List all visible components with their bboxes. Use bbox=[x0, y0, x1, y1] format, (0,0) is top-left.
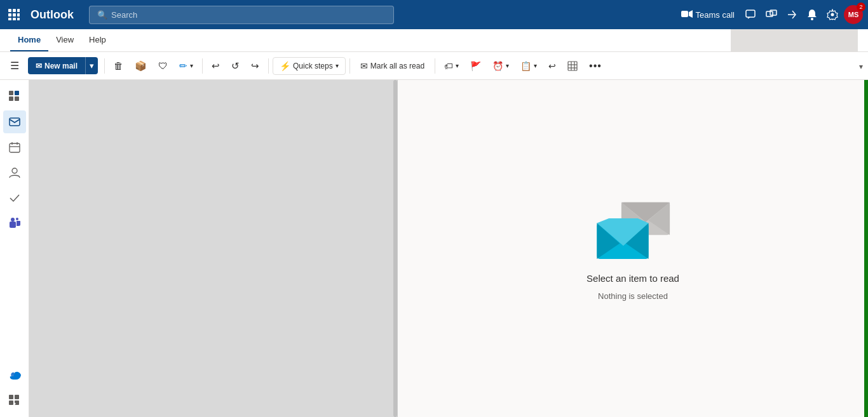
title-bar: Outlook 🔍 Teams call bbox=[0, 0, 868, 29]
svg-rect-4 bbox=[13, 13, 16, 17]
svg-rect-16 bbox=[568, 62, 577, 70]
svg-rect-11 bbox=[746, 10, 755, 17]
collapse-ribbon-button[interactable]: ☰ bbox=[5, 56, 24, 75]
svg-rect-26 bbox=[10, 143, 20, 152]
more-button[interactable]: ••• bbox=[584, 57, 607, 75]
tag-chevron-icon: ▾ bbox=[456, 62, 459, 69]
quick-steps-label: Quick steps bbox=[293, 62, 333, 70]
nav-calendar-icon[interactable] bbox=[3, 136, 26, 159]
share-icon[interactable] bbox=[783, 6, 801, 23]
tag-button[interactable]: 🏷 ▾ bbox=[439, 58, 464, 74]
empty-state: Select an item to read Nothing is select… bbox=[587, 197, 679, 301]
svg-point-15 bbox=[831, 13, 834, 17]
table-button[interactable] bbox=[562, 58, 583, 74]
mail-compose-icon: ✉ bbox=[36, 62, 42, 70]
envelope-front-icon bbox=[595, 217, 651, 260]
categorize-icon: 📋 bbox=[520, 61, 531, 71]
search-icon: 🔍 bbox=[97, 10, 107, 20]
separator-1 bbox=[104, 58, 105, 74]
chevron-down-icon: ▾ bbox=[90, 61, 94, 70]
redo-left-button[interactable]: ↺ bbox=[226, 57, 245, 75]
snooze-chevron-icon: ▾ bbox=[506, 62, 509, 69]
move-icon: ✏ bbox=[179, 60, 187, 72]
report-button[interactable]: 🛡 bbox=[153, 57, 173, 74]
archive-button[interactable]: 📦 bbox=[130, 57, 152, 75]
snooze-button[interactable]: ⏰ ▾ bbox=[487, 58, 514, 74]
expand-icon: ▾ bbox=[859, 62, 863, 70]
nav-onedrive-icon[interactable] bbox=[3, 364, 26, 387]
notification-icon[interactable] bbox=[803, 6, 821, 23]
svg-rect-8 bbox=[17, 18, 20, 20]
redo-icon: ↪ bbox=[251, 60, 259, 72]
svg-point-30 bbox=[12, 168, 17, 173]
delete-icon: 🗑 bbox=[114, 60, 123, 71]
search-bar[interactable]: 🔍 bbox=[89, 6, 394, 24]
nav-contacts-icon[interactable] bbox=[3, 161, 26, 184]
new-mail-group: ✉ New mail ▾ bbox=[28, 57, 98, 74]
video-icon bbox=[681, 10, 693, 20]
categorize-button[interactable]: 📋 ▾ bbox=[515, 58, 542, 74]
separator-2 bbox=[202, 58, 203, 74]
svg-rect-33 bbox=[9, 395, 13, 399]
move-button[interactable]: ✏ ▾ bbox=[174, 57, 198, 75]
multiwindow-icon[interactable] bbox=[763, 6, 780, 23]
nav-more-apps-icon[interactable] bbox=[3, 389, 26, 412]
expand-ribbon-button[interactable]: ▾ bbox=[859, 61, 863, 70]
settings-icon[interactable] bbox=[824, 6, 841, 23]
delete-button[interactable]: 🗑 bbox=[109, 57, 128, 74]
left-nav bbox=[0, 80, 29, 417]
svg-rect-24 bbox=[15, 96, 19, 101]
svg-rect-32 bbox=[10, 222, 16, 228]
reply-all-icon: ↩ bbox=[548, 61, 556, 71]
new-mail-button[interactable]: ✉ New mail bbox=[28, 57, 85, 74]
waffle-icon[interactable] bbox=[5, 6, 23, 23]
svg-rect-2 bbox=[17, 9, 20, 12]
teams-call-label: Teams call bbox=[696, 10, 735, 20]
menu-bar: Home View Help bbox=[0, 29, 868, 52]
empty-state-subtitle: Nothing is selected bbox=[598, 291, 668, 301]
mail-list-scrollbar[interactable] bbox=[393, 80, 397, 417]
search-input[interactable] bbox=[111, 10, 386, 20]
svg-point-37 bbox=[13, 403, 15, 405]
new-mail-dropdown-button[interactable]: ▾ bbox=[85, 57, 98, 74]
svg-point-14 bbox=[811, 18, 813, 20]
profile-icon[interactable]: MS 2 bbox=[844, 5, 863, 24]
svg-rect-22 bbox=[15, 91, 19, 95]
nav-tasks-icon[interactable] bbox=[3, 187, 26, 209]
toolbar: ☰ ✉ New mail ▾ 🗑 📦 🛡 ✏ ▾ ↩ ↺ ↪ ⚡ bbox=[0, 52, 868, 80]
redo-button[interactable]: ↪ bbox=[246, 57, 264, 75]
svg-rect-5 bbox=[17, 13, 20, 17]
menu-right-spacer bbox=[731, 29, 858, 51]
menu-help[interactable]: Help bbox=[81, 29, 114, 51]
more-icon: ••• bbox=[589, 60, 602, 72]
app-title: Outlook bbox=[31, 8, 74, 22]
hamburger-icon: ☰ bbox=[10, 60, 19, 72]
svg-rect-34 bbox=[15, 395, 19, 399]
teams-call-button[interactable]: Teams call bbox=[676, 6, 740, 23]
chevron-down-icon-2: ▾ bbox=[190, 62, 193, 69]
undo-button[interactable]: ↩ bbox=[207, 57, 225, 75]
reply-all-button[interactable]: ↩ bbox=[543, 58, 561, 74]
nav-teams-icon[interactable] bbox=[3, 212, 26, 235]
svg-rect-3 bbox=[8, 13, 11, 17]
separator-3 bbox=[268, 58, 269, 74]
flag-button[interactable]: 🚩 bbox=[465, 58, 486, 74]
notification-badge: 2 bbox=[857, 3, 865, 11]
menu-view[interactable]: View bbox=[48, 29, 81, 51]
lightning-icon: ⚡ bbox=[280, 61, 290, 71]
right-accent-bar bbox=[864, 80, 868, 417]
nav-apps-icon[interactable] bbox=[3, 85, 26, 108]
svg-rect-9 bbox=[681, 11, 688, 17]
svg-point-31 bbox=[11, 218, 15, 222]
redo-left-icon: ↺ bbox=[231, 60, 240, 72]
separator-4 bbox=[349, 58, 350, 74]
svg-rect-0 bbox=[8, 9, 11, 12]
mark-all-read-button[interactable]: ✉ Mark all as read bbox=[354, 58, 431, 74]
mail-list-panel[interactable] bbox=[29, 80, 398, 417]
svg-rect-6 bbox=[8, 18, 11, 20]
menu-home[interactable]: Home bbox=[10, 29, 48, 51]
svg-rect-35 bbox=[9, 400, 13, 405]
quick-steps-button[interactable]: ⚡ Quick steps ▾ bbox=[273, 57, 346, 75]
chat-icon[interactable] bbox=[742, 6, 760, 23]
nav-mail-icon[interactable] bbox=[3, 110, 26, 133]
